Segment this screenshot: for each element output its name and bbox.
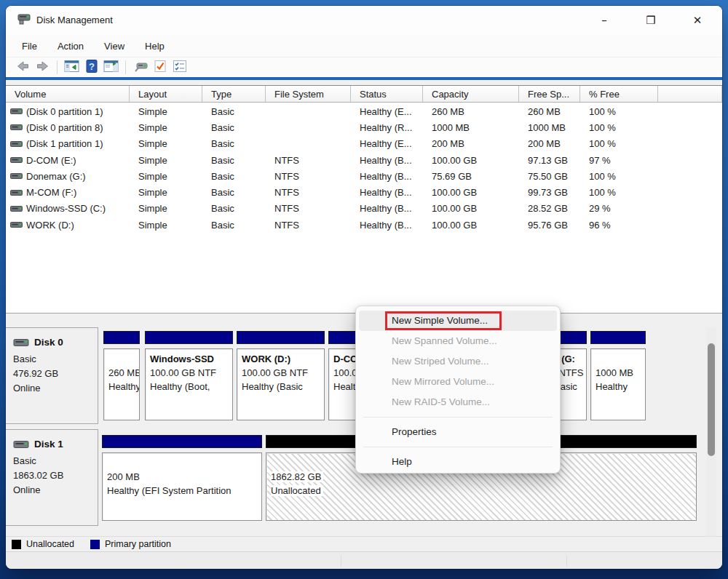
partition-windows-ssd[interactable]: Windows-SSD100.00 GB NTFHealthy (Boot, [145,331,233,420]
cell-text: 97.13 GB [528,155,568,166]
cell-status: Healthy (B... [351,217,423,233]
partition-title [108,352,135,366]
disk-0-label-panel[interactable]: Disk 0 Basic 476.92 GB Online [6,327,98,424]
column-header-volume[interactable]: Volume [6,86,130,102]
partition-body[interactable]: 260 MBHealthy [103,348,140,420]
column-header-type[interactable]: Type [202,86,266,102]
cell-capacity: 260 MB [423,103,519,119]
volume-row-d-com-e[interactable]: D-COM (E:)SimpleBasicNTFSHealthy (B...10… [6,152,722,168]
help-icon: ? [84,59,99,76]
primary-partition-strip [237,331,325,344]
disk-0-type: Basic [13,352,90,367]
disk-1-type: Basic [13,454,90,468]
cell-free: 29 % [580,201,658,217]
legend-label: Primary partition [105,539,171,549]
partition-work-d[interactable]: WORK (D:)100.00 GB NTFHealthy (Basic [237,331,325,420]
cell-volume: Donemax (G:) [6,168,130,184]
partition-line: Unallocated [271,484,692,498]
action-pane-button[interactable] [101,59,121,76]
partition-body[interactable]: 1000 MBHealthy [590,348,646,420]
partition-body[interactable]: WORK (D:)100.00 GB NTFHealthy (Basic [237,348,325,420]
menu-item-new-striped-volume: New Striped Volume... [359,351,557,372]
cell-status: Healthy (E... [351,103,423,119]
partition-line-text: Healthy (Boot, [150,381,210,392]
menu-action[interactable]: Action [50,39,91,54]
partition-line: Healthy (Basic [242,380,320,394]
menu-item-properties[interactable]: Properties [359,422,557,442]
cell-text: D-COM (E:) [26,155,76,166]
volume-icon [10,140,26,148]
volume-row-windows-ssd-c[interactable]: Windows-SSD (C:)SimpleBasicNTFSHealthy (… [6,201,722,217]
cell-text: 75.69 GB [432,171,472,182]
disk-1-label-panel[interactable]: Disk 1 Basic 1863.02 GB Online [6,429,98,526]
menu-view[interactable]: View [97,39,132,54]
cell-text: Simple [138,220,167,231]
column-header-file-system[interactable]: File System [266,86,351,102]
partition-healthy[interactable]: 1000 MBHealthy [590,331,646,420]
volume-row-donemax-g[interactable]: Donemax (G:)SimpleBasicNTFSHealthy (B...… [6,168,722,184]
partition-healthy-efi-system-partition[interactable]: 200 MBHealthy (EFI System Partition [102,435,262,521]
volume-row-m-com-f[interactable]: M-COM (F:)SimpleBasicNTFSHealthy (B...10… [6,184,722,200]
cell-status: Healthy (B... [351,152,423,168]
volume-row-disk-1-partition-1[interactable]: (Disk 1 partition 1)SimpleBasicHealthy (… [6,136,722,152]
console-tree-button[interactable] [62,59,82,76]
cell-text: Simple [138,122,167,133]
partition-line-text: Healthy [108,381,140,392]
cell-free-sp: 97.13 GB [519,152,580,168]
column-header-capacity[interactable]: Capacity [423,86,519,102]
title-bar[interactable]: Disk Management – ❒ ✕ [6,6,722,35]
disk-icon [13,338,29,348]
graphical-pane-scrollbar[interactable] [706,327,716,536]
cell-file-system [266,103,351,119]
svg-text:?: ? [89,60,95,71]
column-header-free-sp[interactable]: Free Sp... [519,86,580,102]
task-list-button[interactable] [170,59,189,76]
volume-row-disk-0-partition-1[interactable]: (Disk 0 partition 1)SimpleBasicHealthy (… [6,103,722,119]
cell-text: 28.52 GB [528,203,568,214]
help-button[interactable]: ? [82,59,101,76]
scrollbar-thumb[interactable] [708,343,715,456]
volume-row-work-d[interactable]: WORK (D:)SimpleBasicNTFSHealthy (B...100… [6,217,722,233]
cell-free: 97 % [580,152,658,168]
minimize-button[interactable]: – [581,6,628,35]
menu-item-new-simple-volume[interactable]: New Simple Volume... [359,311,557,331]
primary-partition-strip [103,331,140,344]
menu-help[interactable]: Help [138,39,172,54]
cell-text: 200 MB [528,138,561,149]
partition-body[interactable]: Windows-SSD100.00 GB NTFHealthy (Boot, [145,348,233,420]
cell-capacity: 75.69 GB [423,168,519,184]
maximize-button[interactable]: ❒ [628,6,674,35]
cell-layout: Simple [130,184,202,200]
cell-free: 100 % [580,184,658,200]
disk-0-title: Disk 0 [13,337,90,348]
cell-type: Basic [202,201,266,217]
forward-button[interactable] [33,59,52,76]
menu-file[interactable]: File [15,39,44,54]
menu-separator [363,447,553,447]
close-button[interactable]: ✕ [674,6,721,35]
volume-icon [10,220,26,229]
volume-table-header: VolumeLayoutTypeFile SystemStatusCapacit… [6,86,722,103]
column-header-status[interactable]: Status [351,86,423,102]
volume-list-pane: VolumeLayoutTypeFile SystemStatusCapacit… [6,85,722,314]
disk-probe-button[interactable] [130,59,150,76]
column-header-layout[interactable]: Layout [130,86,202,102]
partition-healthy[interactable]: 260 MBHealthy [103,331,140,420]
volume-row-disk-0-partition-8[interactable]: (Disk 0 partition 8)SimpleBasicHealthy (… [6,119,722,135]
partition-body[interactable]: 200 MBHealthy (EFI System Partition [102,452,262,521]
cell-text: Basic [211,106,234,117]
volume-icon [10,123,26,132]
check-document-button[interactable] [150,59,170,76]
cell-free-sp: 28.52 GB [519,201,580,217]
partition-line-text: Healthy [596,381,628,392]
volume-icon [10,204,26,213]
context-menu: New Simple Volume...New Spanned Volume..… [355,306,561,474]
column-header-free[interactable]: % Free [580,86,658,102]
legend-swatch [90,540,100,549]
menu-item-help[interactable]: Help [359,452,557,472]
cell-volume: (Disk 0 partition 8) [6,119,130,135]
back-button[interactable] [13,59,33,76]
cell-text: 29 % [589,203,611,214]
cell-status: Healthy (R... [351,119,423,135]
column-header-blank[interactable] [658,86,722,102]
